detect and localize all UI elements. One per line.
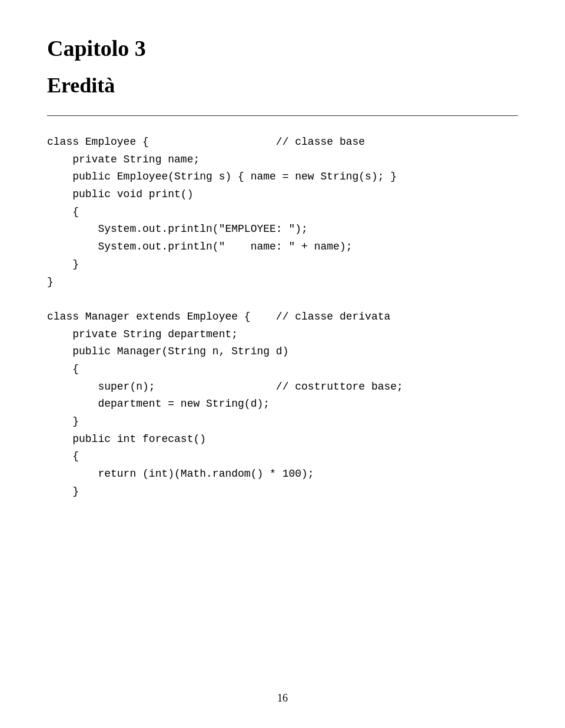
section-title: Eredità — [47, 73, 518, 98]
page-number: 16 — [277, 692, 288, 704]
divider — [47, 115, 518, 116]
chapter-title: Capitolo 3 — [47, 35, 518, 61]
code-block: class Employee { // classe base private … — [47, 134, 518, 500]
